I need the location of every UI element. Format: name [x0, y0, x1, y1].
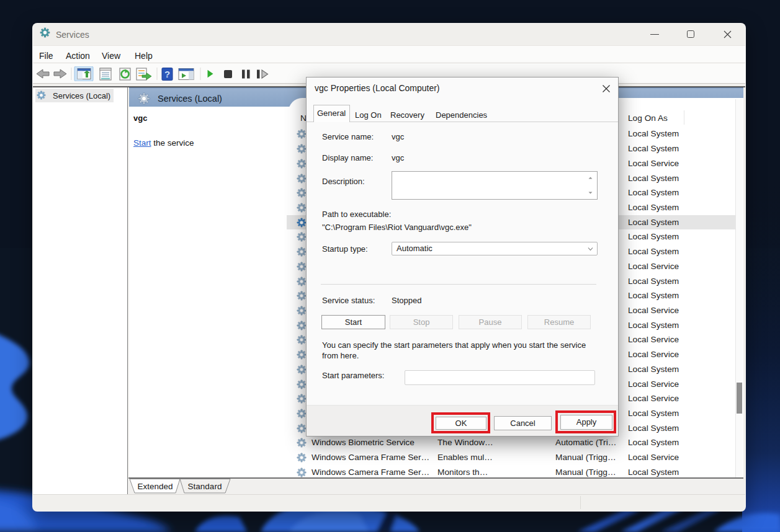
svg-text:Extended: Extended [137, 482, 173, 491]
svg-text:Standard: Standard [188, 482, 222, 491]
